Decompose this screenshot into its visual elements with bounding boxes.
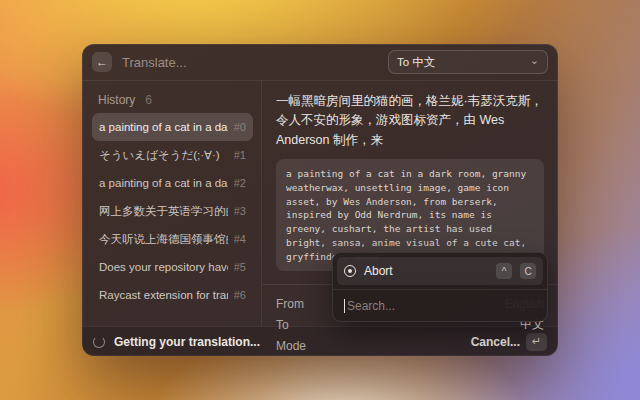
metadata-label: To	[276, 318, 289, 332]
metadata-label: From	[276, 297, 304, 311]
shortcut-c-key: C	[520, 263, 536, 279]
history-item-index: #5	[234, 261, 246, 273]
target-language-value: To 中文	[397, 55, 530, 70]
translate-window: ← Translate... To 中文 ⌄ History 6 a paint…	[82, 44, 558, 356]
action-menu-item-abort[interactable]: Abort ^ C	[337, 257, 543, 285]
back-arrow-icon: ←	[96, 55, 108, 69]
translation-result-text: 一幅黑暗房间里的猫的画，格兰妮·韦瑟沃克斯，令人不安的形象，游戏图标资产，由 W…	[276, 92, 544, 150]
history-item-label: a painting of a cat in a dark room,...	[99, 177, 228, 189]
history-item-index: #6	[234, 289, 246, 301]
history-item-label: 网上多数关于英语学习的的分享，都...	[99, 204, 228, 219]
abort-circle-dot-icon	[344, 265, 356, 277]
history-item[interactable]: Raycast extension for translation... #6	[92, 281, 253, 309]
history-item-label: a painting of a cat in a dark room,...	[99, 121, 228, 133]
shortcut-ctrl-key: ^	[496, 263, 512, 279]
history-item[interactable]: Does your repository have so man... #5	[92, 253, 253, 281]
history-item[interactable]: 网上多数关于英语学习的的分享，都... #3	[92, 197, 253, 225]
history-item-index: #4	[234, 233, 246, 245]
chevron-down-icon: ⌄	[530, 55, 539, 66]
history-header: History 6	[92, 89, 253, 113]
history-item-label: Does your repository have so man...	[99, 261, 228, 273]
history-count: 6	[145, 93, 152, 107]
action-menu-list: Abort ^ C	[333, 253, 547, 289]
history-item-index: #1	[234, 149, 246, 161]
history-title: History	[98, 93, 135, 107]
action-menu-search-input[interactable]: Search...	[333, 290, 547, 321]
main-content: History 6 a painting of a cat in a dark …	[82, 81, 558, 326]
back-button[interactable]: ←	[92, 52, 112, 72]
history-item-index: #2	[234, 177, 246, 189]
text-cursor	[344, 299, 345, 313]
history-item-index: #0	[234, 121, 246, 133]
search-placeholder: Search...	[347, 299, 395, 313]
metadata-label: Mode	[276, 339, 306, 353]
loading-spinner-icon	[93, 336, 105, 348]
action-menu-item-label: Abort	[364, 264, 488, 278]
window-header: ← Translate... To 中文 ⌄	[82, 44, 558, 80]
history-item[interactable]: a painting of a cat in a dark room,... #…	[92, 113, 253, 141]
history-item[interactable]: a painting of a cat in a dark room,... #…	[92, 169, 253, 197]
history-item[interactable]: 今天听说上海德国领事馆的签证预约... #4	[92, 225, 253, 253]
history-item-index: #3	[234, 205, 246, 217]
metadata-row-mode: Mode	[276, 335, 544, 356]
history-item-label: 今天听说上海德国领事馆的签证预约...	[99, 232, 228, 247]
command-title: Translate...	[122, 55, 187, 70]
history-item-label: Raycast extension for translation...	[99, 289, 228, 301]
history-panel: History 6 a painting of a cat in a dark …	[82, 81, 262, 326]
history-item-label: そういえばそうだ(;·∀·)	[99, 148, 228, 163]
status-text: Getting your translation...	[114, 335, 260, 349]
history-item[interactable]: そういえばそうだ(;·∀·) #1	[92, 141, 253, 169]
target-language-select[interactable]: To 中文 ⌄	[388, 50, 548, 74]
action-menu-popup: Abort ^ C Search...	[332, 252, 548, 322]
